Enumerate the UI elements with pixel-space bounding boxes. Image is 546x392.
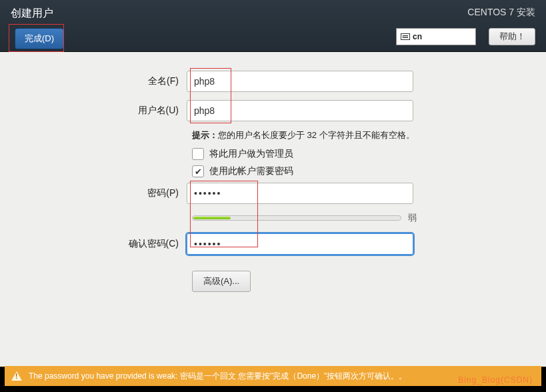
username-label: 用户名(U) bbox=[0, 105, 187, 117]
done-button[interactable]: 完成(D) bbox=[15, 28, 64, 49]
confirm-password-label: 确认密码(C) bbox=[0, 238, 187, 250]
fullname-label: 全名(F) bbox=[0, 75, 187, 87]
confirm-password-input[interactable] bbox=[187, 233, 413, 255]
warning-icon bbox=[11, 371, 22, 381]
require-password-row[interactable]: 使用此帐户需要密码 bbox=[192, 165, 546, 177]
password-label: 密码(P) bbox=[0, 187, 187, 199]
advanced-button[interactable]: 高级(A)... bbox=[192, 271, 251, 292]
password-strength-bar bbox=[192, 215, 401, 221]
fullname-input[interactable] bbox=[187, 71, 413, 92]
keyboard-icon bbox=[401, 33, 410, 40]
admin-checkbox-label: 将此用户做为管理员 bbox=[209, 148, 293, 160]
form-area: 全名(F) 用户名(U) 提示：您的用户名长度要少于 32 个字符并且不能有空格… bbox=[0, 52, 546, 367]
keyboard-layout-selector[interactable]: cn bbox=[396, 28, 476, 45]
hint-text: 您的用户名长度要少于 32 个字符并且不能有空格。 bbox=[218, 130, 415, 140]
admin-checkbox[interactable] bbox=[192, 148, 204, 160]
locale-code: cn bbox=[413, 32, 422, 41]
password-strength-fill bbox=[193, 217, 231, 219]
password-strength-label: 弱 bbox=[408, 212, 417, 224]
admin-checkbox-row[interactable]: 将此用户做为管理员 bbox=[192, 148, 546, 160]
warning-text: The password you have provided is weak: … bbox=[29, 371, 407, 382]
help-button[interactable]: 帮助！ bbox=[489, 28, 535, 45]
watermark: Bing_Blog(CSDN) bbox=[458, 375, 533, 385]
require-password-label: 使用此帐户需要密码 bbox=[209, 165, 293, 177]
installer-header: 创建用户 完成(D) CENTOS 7 安装 cn 帮助！ bbox=[0, 0, 546, 52]
username-hint: 提示：您的用户名长度要少于 32 个字符并且不能有空格。 bbox=[192, 129, 546, 141]
username-input[interactable] bbox=[187, 100, 413, 121]
password-input[interactable] bbox=[187, 183, 413, 204]
brand-label: CENTOS 7 安装 bbox=[467, 7, 535, 19]
require-password-checkbox[interactable] bbox=[192, 165, 204, 177]
page-title: 创建用户 bbox=[11, 7, 53, 21]
hint-prefix: 提示： bbox=[192, 130, 218, 140]
